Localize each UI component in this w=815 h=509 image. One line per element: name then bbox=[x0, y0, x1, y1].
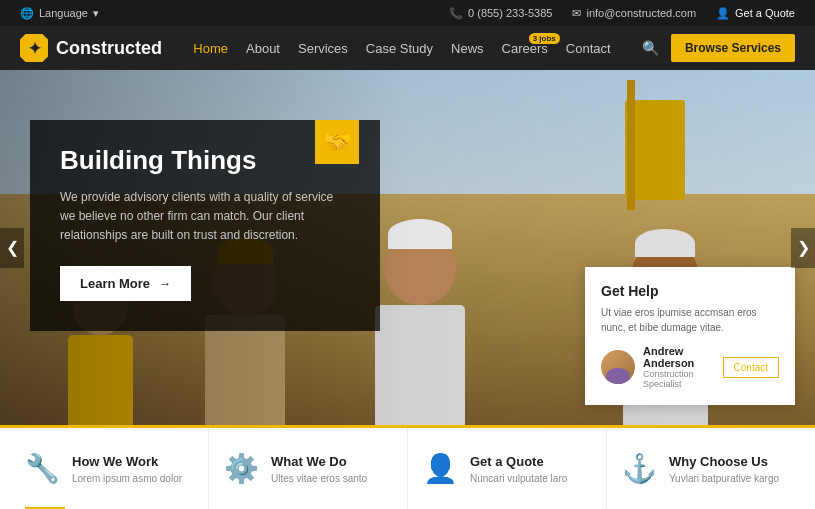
logo[interactable]: ✦ Constructed bbox=[20, 34, 162, 62]
learn-more-button[interactable]: Learn More → bbox=[60, 266, 191, 301]
email-info: ✉ info@constructed.com bbox=[572, 7, 696, 20]
feature-text-2: Get a Quote Nuncari vulputate laro bbox=[470, 454, 567, 484]
browse-services-button[interactable]: Browse Services bbox=[671, 34, 795, 62]
phone-icon: 📞 bbox=[449, 7, 463, 20]
person-name: Andrew Anderson bbox=[643, 345, 715, 369]
top-bar: 🌐 Language ▾ 📞 0 (855) 233-5385 ✉ info@c… bbox=[0, 0, 815, 26]
language-label: Language bbox=[39, 7, 88, 19]
get-help-box: Get Help Ut viae eros ipumise accmsan er… bbox=[585, 267, 795, 405]
contact-info: 📞 0 (855) 233-5385 ✉ info@constructed.co… bbox=[449, 7, 795, 20]
nav-case-study[interactable]: Case Study bbox=[366, 41, 433, 56]
nav-right: 🔍 Browse Services bbox=[642, 34, 795, 62]
nav-home[interactable]: Home bbox=[193, 41, 228, 56]
feature-get-quote: 👤 Get a Quote Nuncari vulputate laro bbox=[408, 428, 607, 509]
slider-arrow-right[interactable]: ❯ bbox=[791, 228, 815, 268]
careers-badge: 3 jobs bbox=[529, 33, 560, 44]
language-selector[interactable]: 🌐 Language ▾ bbox=[20, 7, 99, 20]
feature-title-3: Why Choose Us bbox=[669, 454, 779, 469]
phone-number: 0 (855) 233-5385 bbox=[468, 7, 552, 19]
feature-icon-2: 👤 bbox=[423, 452, 458, 485]
handshake-icon: 🤝 bbox=[324, 129, 351, 155]
nav-about[interactable]: About bbox=[246, 41, 280, 56]
feature-icon-0: 🔧 bbox=[25, 452, 60, 485]
feature-text-3: Why Choose Us Yuvlari batpurative kargo bbox=[669, 454, 779, 484]
person-role: Construction Specialist bbox=[643, 369, 715, 389]
feature-desc-0: Lorem ipsum asmo dolor bbox=[72, 473, 182, 484]
nav-contact[interactable]: Contact bbox=[566, 41, 611, 56]
hero-section: Building Things We provide advisory clie… bbox=[0, 70, 815, 425]
dropdown-icon: ▾ bbox=[93, 7, 99, 20]
get-help-description: Ut viae eros ipumise accmsan eros nunc, … bbox=[601, 305, 779, 335]
get-quote-label: Get a Quote bbox=[735, 7, 795, 19]
navbar: ✦ Constructed Home About Services Case S… bbox=[0, 26, 815, 70]
feature-icon-3: ⚓ bbox=[622, 452, 657, 485]
hero-icon-box: 🤝 bbox=[315, 120, 359, 164]
feature-how-we-work: 🔧 How We Work Lorem ipsum asmo dolor bbox=[10, 428, 209, 509]
person-details: Andrew Anderson Construction Specialist bbox=[643, 345, 715, 389]
features-bar: 🔧 How We Work Lorem ipsum asmo dolor ⚙️ … bbox=[0, 425, 815, 509]
feature-icon-1: ⚙️ bbox=[224, 452, 259, 485]
nav-careers[interactable]: Careers 3 jobs bbox=[502, 41, 548, 56]
feature-desc-1: Ultes vitae eros santo bbox=[271, 473, 367, 484]
nav-news[interactable]: News bbox=[451, 41, 484, 56]
feature-why-choose-us: ⚓ Why Choose Us Yuvlari batpurative karg… bbox=[607, 428, 805, 509]
contact-button[interactable]: Contact bbox=[723, 357, 779, 378]
nav-links: Home About Services Case Study News Care… bbox=[193, 41, 610, 56]
arrow-right-icon: → bbox=[158, 276, 171, 291]
hero-description: We provide advisory clients with a quali… bbox=[60, 188, 350, 246]
feature-desc-2: Nuncari vulputate laro bbox=[470, 473, 567, 484]
logo-text: Constructed bbox=[56, 38, 162, 59]
feature-text-1: What We Do Ultes vitae eros santo bbox=[271, 454, 367, 484]
avatar-body bbox=[606, 368, 630, 384]
email-address: info@constructed.com bbox=[586, 7, 696, 19]
arrow-left-icon: ❮ bbox=[6, 238, 19, 257]
globe-icon: 🌐 bbox=[20, 7, 34, 20]
specialist-info: Andrew Anderson Construction Specialist … bbox=[601, 345, 779, 389]
arrow-right-icon: ❯ bbox=[797, 238, 810, 257]
search-icon[interactable]: 🔍 bbox=[642, 40, 659, 56]
feature-title-2: Get a Quote bbox=[470, 454, 567, 469]
feature-what-we-do: ⚙️ What We Do Ultes vitae eros santo bbox=[209, 428, 408, 509]
get-help-title: Get Help bbox=[601, 283, 779, 299]
get-quote-link[interactable]: 👤 Get a Quote bbox=[716, 7, 795, 20]
phone-info: 📞 0 (855) 233-5385 bbox=[449, 7, 552, 20]
nav-services[interactable]: Services bbox=[298, 41, 348, 56]
feature-text-0: How We Work Lorem ipsum asmo dolor bbox=[72, 454, 182, 484]
logo-icon: ✦ bbox=[20, 34, 48, 62]
slider-arrow-left[interactable]: ❮ bbox=[0, 228, 24, 268]
user-icon: 👤 bbox=[716, 7, 730, 20]
avatar bbox=[601, 350, 635, 384]
hero-title: Building Things bbox=[60, 145, 350, 176]
email-icon: ✉ bbox=[572, 7, 581, 20]
feature-title-1: What We Do bbox=[271, 454, 367, 469]
feature-title-0: How We Work bbox=[72, 454, 182, 469]
learn-more-label: Learn More bbox=[80, 276, 150, 291]
feature-desc-3: Yuvlari batpurative kargo bbox=[669, 473, 779, 484]
